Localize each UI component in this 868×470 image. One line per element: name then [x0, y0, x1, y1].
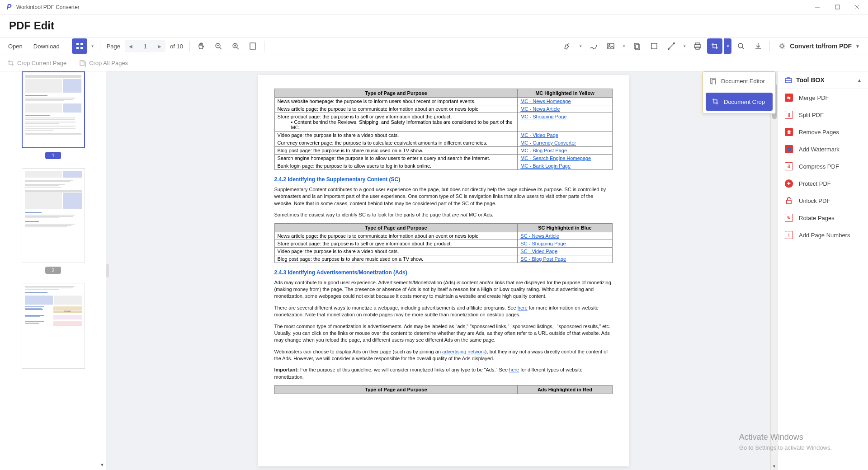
canvas-scrollbar[interactable]: ▲ ▼	[770, 71, 778, 470]
document-editor-option[interactable]: Document Editor	[703, 72, 775, 90]
link[interactable]: SC - Blog Post Page	[520, 256, 566, 262]
window-minimize-button[interactable]	[812, 2, 823, 13]
image-dropdown[interactable]: ▼	[620, 44, 627, 48]
crop-dropdown[interactable]: ▼	[724, 38, 731, 54]
save-button[interactable]	[750, 38, 766, 54]
document-canvas[interactable]: Type of Page and PurposeMC Highlighted i…	[109, 71, 778, 470]
link[interactable]: MC - News Homepage	[520, 99, 571, 104]
rotate-icon: ↻	[784, 213, 793, 222]
window-maximize-button[interactable]	[832, 2, 843, 13]
link[interactable]: MC - Shopping Page	[520, 114, 566, 119]
heading-243: 2.4.3 Identifying Advertisements/Monetiz…	[274, 269, 613, 276]
link[interactable]: MC - Currency Converter	[520, 140, 576, 146]
protect-icon: ✚	[784, 179, 793, 188]
svg-rect-32	[712, 80, 715, 85]
thumbnail-1[interactable]: 1	[5, 71, 101, 159]
toolbox-header[interactable]: Tool BOX ▲	[778, 71, 868, 89]
tool-remove-pages[interactable]: 🗑Remove Pages	[778, 123, 868, 141]
tool-merge-pdf[interactable]: ⇆Merge PDF	[778, 89, 868, 106]
window-close-button[interactable]	[852, 2, 863, 13]
image-tool-button[interactable]	[603, 38, 618, 54]
crop-tool-button[interactable]	[707, 38, 722, 54]
tool-add-watermark[interactable]: 👤Add Watermark	[778, 141, 868, 158]
page-input[interactable]	[137, 40, 154, 52]
thumbnails-dropdown-arrow[interactable]: ▼	[89, 44, 96, 48]
link[interactable]: SC - Shopping Page	[520, 241, 566, 246]
pan-tool-button[interactable]	[193, 38, 209, 54]
download-button[interactable]: Download	[29, 40, 64, 52]
titlebar: P Workintool PDF Converter	[0, 0, 868, 14]
fit-page-button[interactable]	[245, 38, 260, 54]
thumbnails-grid-button[interactable]	[72, 38, 87, 54]
tool-add-page-numbers[interactable]: 1Add Page Numbers	[778, 226, 868, 244]
svg-point-17	[609, 45, 610, 46]
svg-rect-18	[634, 43, 638, 48]
chevron-down-icon: ▼	[855, 44, 860, 49]
settings-icon	[778, 42, 786, 50]
link[interactable]: MC - News Article	[520, 106, 560, 112]
link[interactable]: MC - Video Page	[520, 132, 558, 138]
divider	[264, 41, 264, 52]
table-sc: Type of Page and PurposeSC Highlighted i…	[274, 223, 613, 263]
para: There are several different ways to mone…	[274, 305, 613, 319]
tool-rotate-pages[interactable]: ↻Rotate Pages	[778, 209, 868, 226]
svg-rect-6	[76, 47, 79, 49]
select-tool-button[interactable]	[646, 38, 662, 54]
document-crop-option[interactable]: Document Crop	[706, 93, 773, 111]
document-crop-icon	[712, 98, 719, 105]
open-button[interactable]: Open	[4, 40, 27, 52]
svg-rect-19	[636, 45, 640, 50]
crop-current-page-button[interactable]: Crop Current Page	[4, 58, 70, 69]
toolbox-panel: Tool BOX ▲ ⇆Merge PDF ||Split PDF 🗑Remov…	[778, 71, 868, 470]
svg-line-28	[742, 47, 744, 49]
line-tool-button[interactable]	[664, 38, 679, 54]
link[interactable]: MC - Blog Post Page	[520, 148, 567, 153]
subtoolbar: Crop Current Page Crop All Pages	[0, 55, 868, 71]
popup-label: Document Editor	[721, 78, 765, 85]
zoom-in-button[interactable]	[228, 38, 243, 54]
search-button[interactable]	[733, 38, 749, 54]
line-dropdown[interactable]: ▼	[681, 44, 688, 48]
svg-rect-5	[80, 43, 83, 45]
highlight-dropdown[interactable]: ▼	[577, 44, 584, 48]
page-next-button[interactable]: ▶	[154, 40, 165, 52]
link[interactable]: SC - Video Page	[520, 249, 557, 254]
link[interactable]: SC - News Article	[520, 233, 559, 239]
signature-tool-button[interactable]	[586, 38, 601, 54]
thumb-scroll-down[interactable]: ▼	[100, 462, 104, 467]
link[interactable]: here	[518, 305, 528, 310]
popup-label: Document Crop	[724, 99, 765, 105]
highlight-tool-button[interactable]	[560, 38, 575, 54]
convert-menu[interactable]: Convert to/from PDF ▼	[774, 40, 864, 52]
print-button[interactable]	[690, 38, 705, 54]
main: 1	[0, 71, 868, 470]
tool-compress-pdf[interactable]: ⇊Compress PDF	[778, 158, 868, 175]
tool-unlock-pdf[interactable]: Unlock PDF	[778, 192, 868, 209]
thumbnails-panel[interactable]: 1	[0, 71, 106, 470]
table-ads: Type of Page and PurposeAds Highlighted …	[274, 385, 613, 394]
copy-tool-button[interactable]	[629, 38, 645, 54]
tool-protect-pdf[interactable]: ✚Protect PDF	[778, 175, 868, 192]
thumbnail-3[interactable]: WILLIAMS	[5, 283, 101, 372]
thumbnail-2[interactable]: 2	[5, 168, 101, 274]
link[interactable]: MC - Search Engine Homepage	[520, 155, 591, 161]
tool-split-pdf[interactable]: ||Split PDF	[778, 106, 868, 123]
svg-rect-30	[80, 61, 84, 66]
split-icon: ||	[784, 110, 793, 119]
crop-all-label: Crop All Pages	[89, 60, 128, 66]
page-prev-button[interactable]: ◀	[125, 40, 137, 52]
scroll-down[interactable]: ▼	[772, 463, 776, 470]
link[interactable]: here	[509, 367, 519, 372]
svg-line-21	[669, 43, 674, 49]
svg-rect-1	[835, 5, 840, 9]
link[interactable]: MC - Bank Login Page	[520, 163, 571, 169]
svg-line-12	[237, 47, 239, 49]
divider	[68, 41, 68, 52]
zoom-out-button[interactable]	[211, 38, 226, 54]
svg-rect-16	[608, 43, 614, 49]
page-total: of 10	[170, 43, 183, 50]
svg-rect-15	[250, 43, 255, 49]
crop-all-pages-button[interactable]: Crop All Pages	[75, 58, 132, 69]
toolbox-title: Tool BOX	[796, 76, 854, 84]
link[interactable]: advertising network	[442, 349, 485, 354]
